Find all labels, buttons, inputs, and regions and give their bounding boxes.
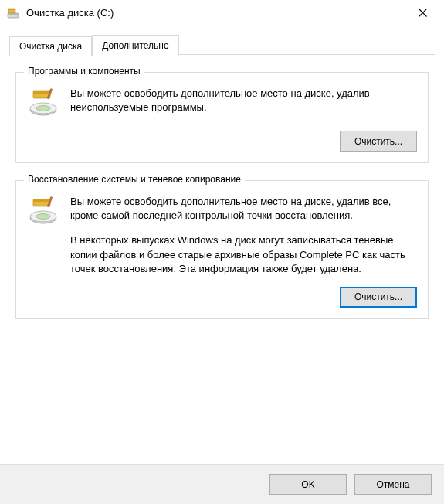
group-restore-desc1: Вы можете освободить дополнительное мест… [70, 195, 417, 223]
svg-rect-3 [8, 9, 15, 10]
window-title: Очистка диска (C:) [26, 7, 407, 19]
group-programs-desc: Вы можете освободить дополнительное мест… [70, 87, 417, 114]
svg-point-14 [36, 214, 50, 220]
tab-more-options[interactable]: Дополнительно [92, 35, 178, 56]
cancel-button[interactable]: Отмена [354, 474, 432, 495]
svg-rect-16 [33, 199, 50, 202]
tab-content-more: Программы и компоненты Вы можете освобод… [0, 55, 444, 344]
svg-rect-10 [33, 91, 50, 94]
cleanup-programs-button[interactable]: Очистить... [340, 131, 417, 152]
group-programs: Программы и компоненты Вы можете освобод… [15, 72, 429, 163]
dialog-footer: OK Отмена [0, 464, 444, 504]
group-restore: Восстановление системы и теневое копиров… [15, 180, 429, 319]
disk-cleanup-icon [6, 6, 20, 20]
close-icon[interactable] [407, 2, 438, 24]
svg-rect-1 [8, 13, 19, 15]
disk-broom-icon [27, 87, 59, 120]
cleanup-restore-button[interactable]: Очистить... [340, 287, 417, 308]
svg-point-8 [36, 106, 50, 111]
disk-broom-icon [27, 195, 59, 228]
group-restore-text: Вы можете освободить дополнительное мест… [70, 195, 417, 276]
titlebar: Очистка диска (C:) [0, 0, 444, 26]
group-restore-desc2: В некоторых выпусках Windows на диск мог… [70, 233, 417, 276]
ok-button[interactable]: OK [269, 474, 347, 495]
group-restore-legend: Восстановление системы и теневое копиров… [24, 174, 245, 185]
group-programs-legend: Программы и компоненты [24, 66, 144, 77]
tab-strip: Очистка диска Дополнительно [0, 26, 444, 55]
group-programs-text: Вы можете освободить дополнительное мест… [70, 87, 417, 114]
tab-cleanup[interactable]: Очистка диска [9, 36, 92, 56]
